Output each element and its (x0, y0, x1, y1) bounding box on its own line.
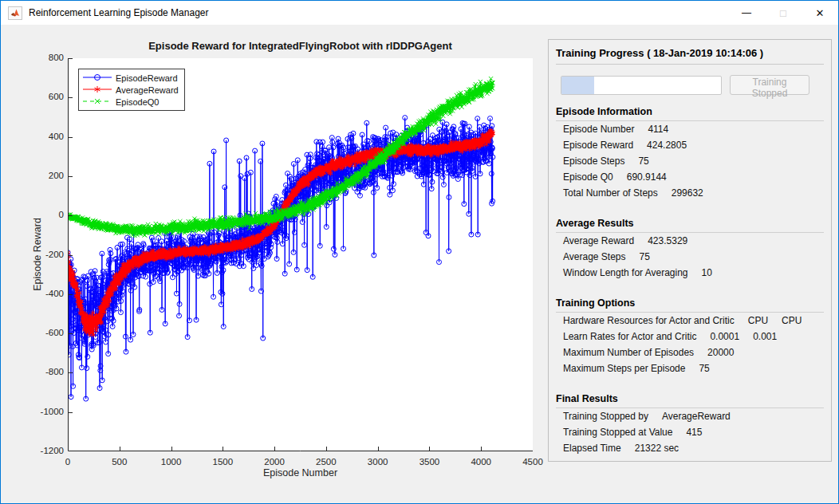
info-value: 4114 (648, 124, 668, 135)
x-axis-label: Episode Number (68, 467, 533, 478)
legend-label: AverageReward (116, 85, 179, 95)
info-value: 10 (702, 267, 712, 278)
info-row-episode-reward: Episode Reward424.2805 (563, 137, 824, 153)
info-row-episode-q0: Episode Q0690.9144 (563, 169, 824, 185)
x-tick-label: 3500 (405, 457, 453, 467)
x-tick-label: 3000 (354, 457, 402, 467)
info-row-window-length-for-averaging: Window Length for Averaging10 (563, 265, 824, 281)
info-value: 75 (699, 363, 709, 374)
section-title: Average Results (556, 216, 824, 233)
info-label: Elapsed Time (563, 443, 621, 454)
episode-manager-window: Reinforcement Learning Episode Manager —… (0, 0, 839, 504)
y-tick-label: 600 (27, 92, 64, 101)
info-label: Episode Steps (563, 156, 624, 167)
info-label: Training Stopped at Value (563, 427, 672, 438)
legend-label: EpisodeQ0 (116, 97, 159, 107)
legend-marker-episodeq0 (83, 95, 112, 109)
y-tick-label: 800 (27, 53, 64, 62)
info-value: 75 (638, 156, 648, 167)
y-tick-label: 400 (27, 132, 64, 141)
y-tick-label: 200 (27, 171, 64, 180)
x-tick-label: 4000 (457, 457, 505, 467)
info-value: AverageReward (662, 411, 731, 422)
info-value: 21322 sec (635, 443, 679, 454)
info-label: Window Length for Averaging (563, 267, 688, 278)
y-tick-label: -1000 (27, 407, 64, 416)
chart-legend: EpisodeRewardAverageRewardEpisodeQ0 (78, 69, 185, 111)
section-title: Training Options (556, 296, 824, 313)
info-value: 690.9144 (627, 171, 667, 183)
info-row-average-steps: Average Steps75 (563, 249, 824, 265)
section-training-options: Training OptionsHardware Resources for A… (556, 296, 824, 376)
info-value: 0.001 (753, 331, 777, 342)
matlab-logo-icon (8, 6, 22, 20)
info-value: 299632 (672, 187, 703, 199)
progress-bar (561, 76, 722, 95)
reward-chart-canvas (68, 58, 533, 451)
info-row-training-stopped-by: Training Stopped byAverageReward (563, 408, 824, 424)
info-row-elapsed-time: Elapsed Time21322 sec (563, 440, 824, 456)
info-label: Episode Reward (563, 140, 633, 151)
info-value: 415 (686, 427, 702, 438)
training-progress-panel: Training Progress ( 18-Jan-2019 10:14:06… (548, 39, 832, 462)
info-row-episode-number: Episode Number4114 (563, 121, 824, 137)
info-label: Average Reward (563, 235, 634, 246)
info-row-total-number-of-steps: Total Number of Steps299632 (563, 185, 824, 201)
panel-title: Training Progress ( 18-Jan-2019 10:14:06… (556, 45, 824, 65)
training-stopped-button[interactable]: Training Stopped (730, 75, 809, 95)
info-row-episode-steps: Episode Steps75 (563, 153, 824, 169)
info-row-learn-rates-for-actor-and-critic: Learn Rates for Actor and Critic0.00010.… (563, 329, 824, 345)
y-tick-label: -800 (27, 367, 64, 376)
y-tick-label: -600 (27, 328, 64, 337)
x-tick-label: 500 (96, 457, 144, 467)
info-label: Maximum Number of Episodes (563, 347, 694, 358)
legend-label: EpisodeReward (116, 73, 178, 83)
section-final-results: Final ResultsTraining Stopped byAverageR… (556, 392, 824, 456)
info-row-maximum-number-of-episodes: Maximum Number of Episodes20000 (563, 345, 824, 360)
info-label: Maximum Steps per Episode (563, 363, 685, 374)
x-tick-label: 1500 (199, 457, 246, 467)
window-title: Reinforcement Learning Episode Manager (29, 7, 208, 18)
section-average-results: Average ResultsAverage Reward423.5329Ave… (556, 216, 824, 281)
info-label: Episode Number (563, 124, 634, 135)
window-controls: — □ ✕ (728, 1, 838, 25)
legend-item-episodeq0: EpisodeQ0 (83, 96, 179, 108)
chart-title: Episode Reward for IntegratedFlyingRobot… (68, 40, 533, 52)
y-axis-label: Episode Reward (32, 218, 43, 291)
info-value: 424.2805 (647, 140, 687, 151)
y-tick-label: -1200 (27, 446, 64, 455)
progress-row: Training Stopped (556, 75, 824, 95)
info-label: Learn Rates for Actor and Critic (563, 331, 696, 342)
info-row-maximum-steps-per-episode: Maximum Steps per Episode75 (563, 360, 824, 376)
close-button[interactable]: ✕ (802, 1, 838, 25)
x-tick-label: 1000 (148, 457, 195, 467)
maximize-button[interactable]: □ (765, 1, 802, 25)
section-episode-information: Episode InformationEpisode Number4114Epi… (556, 104, 824, 201)
progress-fill (561, 77, 594, 94)
minimize-button[interactable]: — (728, 1, 765, 25)
x-tick-label: 0 (44, 457, 92, 467)
info-label: Hardware Resources for Actor and Critic (563, 315, 735, 326)
plot-area (68, 58, 533, 451)
info-row-hardware-resources-for-actor-and-critic: Hardware Resources for Actor and CriticC… (563, 313, 824, 329)
info-value: 0.0001 (710, 331, 739, 342)
info-row-average-reward: Average Reward423.5329 (563, 233, 824, 249)
info-label: Episode Q0 (563, 171, 613, 183)
info-row-training-stopped-at-value: Training Stopped at Value415 (563, 424, 824, 440)
x-tick-label: 2500 (302, 457, 350, 467)
info-label: Average Steps (563, 251, 626, 262)
info-label: Total Number of Steps (563, 187, 658, 199)
panel-sections: Episode InformationEpisode Number4114Epi… (556, 104, 824, 456)
info-label: Training Stopped by (563, 411, 648, 422)
section-title: Final Results (556, 392, 824, 408)
section-title: Episode Information (556, 104, 824, 121)
title-bar[interactable]: Reinforcement Learning Episode Manager —… (1, 1, 838, 25)
info-value: 20000 (707, 347, 734, 358)
info-value: CPU (748, 315, 768, 326)
info-value: CPU (782, 315, 802, 326)
x-tick-label: 2000 (250, 457, 298, 467)
info-value: 423.5329 (648, 235, 687, 246)
info-value: 75 (640, 251, 650, 262)
